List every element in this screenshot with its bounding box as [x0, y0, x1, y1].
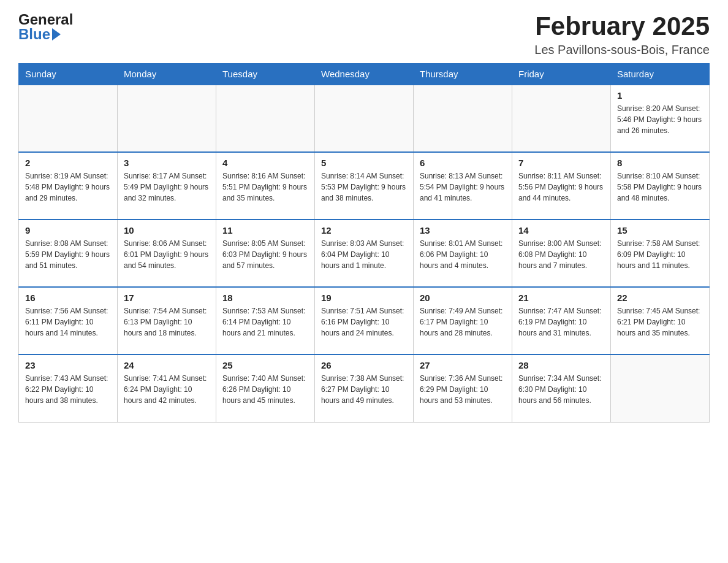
calendar-cell: 21Sunrise: 7:47 AM Sunset: 6:19 PM Dayli… [512, 287, 611, 354]
weekday-header-wednesday: Wednesday [315, 64, 414, 85]
calendar-cell: 24Sunrise: 7:41 AM Sunset: 6:24 PM Dayli… [118, 354, 216, 422]
calendar-cell [118, 85, 216, 152]
day-number: 3 [124, 158, 210, 168]
day-number: 15 [617, 225, 703, 236]
calendar-cell: 3Sunrise: 8:17 AM Sunset: 5:49 PM Daylig… [118, 152, 216, 220]
title-section: February 2025 Les Pavillons-sous-Bois, F… [534, 12, 710, 57]
week-row-3: 9Sunrise: 8:08 AM Sunset: 5:59 PM Daylig… [19, 220, 710, 287]
day-number: 20 [420, 293, 506, 303]
day-info: Sunrise: 8:13 AM Sunset: 5:54 PM Dayligh… [420, 170, 506, 204]
page-header: General Blue February 2025 Les Pavillons… [18, 12, 710, 57]
day-number: 23 [25, 360, 111, 370]
calendar-cell: 8Sunrise: 8:10 AM Sunset: 5:58 PM Daylig… [611, 152, 710, 220]
calendar-cell [512, 85, 611, 152]
day-number: 17 [124, 293, 210, 303]
logo-general: General [18, 12, 73, 27]
calendar-cell: 6Sunrise: 8:13 AM Sunset: 5:54 PM Daylig… [414, 152, 512, 220]
calendar-cell [216, 85, 315, 152]
calendar-cell: 15Sunrise: 7:58 AM Sunset: 6:09 PM Dayli… [611, 220, 710, 287]
day-info: Sunrise: 8:01 AM Sunset: 6:06 PM Dayligh… [420, 238, 506, 271]
day-number: 8 [617, 158, 703, 168]
day-number: 21 [518, 293, 604, 303]
day-info: Sunrise: 7:53 AM Sunset: 6:14 PM Dayligh… [222, 305, 308, 339]
week-row-1: 1Sunrise: 8:20 AM Sunset: 5:46 PM Daylig… [19, 85, 710, 152]
logo-arrow-icon [52, 28, 61, 40]
calendar-cell: 12Sunrise: 8:03 AM Sunset: 6:04 PM Dayli… [315, 220, 414, 287]
day-info: Sunrise: 8:11 AM Sunset: 5:56 PM Dayligh… [518, 170, 604, 204]
weekday-header-tuesday: Tuesday [216, 64, 315, 85]
day-number: 22 [617, 293, 703, 303]
weekday-header-saturday: Saturday [611, 64, 710, 85]
day-info: Sunrise: 7:54 AM Sunset: 6:13 PM Dayligh… [124, 305, 210, 339]
day-number: 9 [25, 225, 111, 236]
day-number: 12 [321, 225, 407, 236]
calendar-cell: 14Sunrise: 8:00 AM Sunset: 6:08 PM Dayli… [512, 220, 611, 287]
calendar-cell: 26Sunrise: 7:38 AM Sunset: 6:27 PM Dayli… [315, 354, 414, 422]
day-number: 28 [518, 360, 604, 370]
day-number: 11 [222, 225, 308, 236]
day-number: 6 [420, 158, 506, 168]
calendar-cell: 16Sunrise: 7:56 AM Sunset: 6:11 PM Dayli… [19, 287, 118, 354]
day-info: Sunrise: 8:03 AM Sunset: 6:04 PM Dayligh… [321, 238, 407, 271]
day-info: Sunrise: 8:17 AM Sunset: 5:49 PM Dayligh… [124, 170, 210, 204]
day-info: Sunrise: 8:16 AM Sunset: 5:51 PM Dayligh… [222, 170, 308, 204]
calendar-cell [414, 85, 512, 152]
weekday-header-thursday: Thursday [414, 64, 512, 85]
calendar-cell: 28Sunrise: 7:34 AM Sunset: 6:30 PM Dayli… [512, 354, 611, 422]
day-info: Sunrise: 7:34 AM Sunset: 6:30 PM Dayligh… [518, 373, 604, 406]
calendar-cell: 25Sunrise: 7:40 AM Sunset: 6:26 PM Dayli… [216, 354, 315, 422]
logo-blue: Blue [18, 27, 73, 42]
day-number: 2 [25, 158, 111, 168]
day-info: Sunrise: 8:05 AM Sunset: 6:03 PM Dayligh… [222, 238, 308, 271]
day-number: 14 [518, 225, 604, 236]
day-number: 10 [124, 225, 210, 236]
day-number: 27 [420, 360, 506, 370]
day-number: 18 [222, 293, 308, 303]
day-info: Sunrise: 7:47 AM Sunset: 6:19 PM Dayligh… [518, 305, 604, 339]
day-info: Sunrise: 7:45 AM Sunset: 6:21 PM Dayligh… [617, 305, 703, 339]
calendar-cell [611, 354, 710, 422]
calendar-table: SundayMondayTuesdayWednesdayThursdayFrid… [18, 63, 710, 423]
week-row-2: 2Sunrise: 8:19 AM Sunset: 5:48 PM Daylig… [19, 152, 710, 220]
day-info: Sunrise: 7:49 AM Sunset: 6:17 PM Dayligh… [420, 305, 506, 339]
day-number: 5 [321, 158, 407, 168]
location-title: Les Pavillons-sous-Bois, France [534, 43, 710, 57]
calendar-cell: 7Sunrise: 8:11 AM Sunset: 5:56 PM Daylig… [512, 152, 611, 220]
day-info: Sunrise: 8:19 AM Sunset: 5:48 PM Dayligh… [25, 170, 111, 204]
day-number: 19 [321, 293, 407, 303]
day-number: 7 [518, 158, 604, 168]
day-number: 26 [321, 360, 407, 370]
calendar-cell: 20Sunrise: 7:49 AM Sunset: 6:17 PM Dayli… [414, 287, 512, 354]
day-info: Sunrise: 7:40 AM Sunset: 6:26 PM Dayligh… [222, 373, 308, 406]
day-info: Sunrise: 7:41 AM Sunset: 6:24 PM Dayligh… [124, 373, 210, 406]
day-info: Sunrise: 8:06 AM Sunset: 6:01 PM Dayligh… [124, 238, 210, 271]
calendar-cell: 18Sunrise: 7:53 AM Sunset: 6:14 PM Dayli… [216, 287, 315, 354]
weekday-header-monday: Monday [118, 64, 216, 85]
calendar-cell: 17Sunrise: 7:54 AM Sunset: 6:13 PM Dayli… [118, 287, 216, 354]
day-info: Sunrise: 8:08 AM Sunset: 5:59 PM Dayligh… [25, 238, 111, 271]
calendar-cell: 2Sunrise: 8:19 AM Sunset: 5:48 PM Daylig… [19, 152, 118, 220]
day-info: Sunrise: 8:10 AM Sunset: 5:58 PM Dayligh… [617, 170, 703, 204]
calendar-cell: 4Sunrise: 8:16 AM Sunset: 5:51 PM Daylig… [216, 152, 315, 220]
calendar-cell [315, 85, 414, 152]
day-info: Sunrise: 8:00 AM Sunset: 6:08 PM Dayligh… [518, 238, 604, 271]
day-number: 25 [222, 360, 308, 370]
calendar-cell: 5Sunrise: 8:14 AM Sunset: 5:53 PM Daylig… [315, 152, 414, 220]
calendar-cell: 27Sunrise: 7:36 AM Sunset: 6:29 PM Dayli… [414, 354, 512, 422]
calendar-cell: 23Sunrise: 7:43 AM Sunset: 6:22 PM Dayli… [19, 354, 118, 422]
weekday-header-sunday: Sunday [19, 64, 118, 85]
day-number: 1 [617, 90, 703, 101]
calendar-cell: 11Sunrise: 8:05 AM Sunset: 6:03 PM Dayli… [216, 220, 315, 287]
week-row-5: 23Sunrise: 7:43 AM Sunset: 6:22 PM Dayli… [19, 354, 710, 422]
day-number: 4 [222, 158, 308, 168]
calendar-cell: 13Sunrise: 8:01 AM Sunset: 6:06 PM Dayli… [414, 220, 512, 287]
calendar-cell: 10Sunrise: 8:06 AM Sunset: 6:01 PM Dayli… [118, 220, 216, 287]
day-info: Sunrise: 8:20 AM Sunset: 5:46 PM Dayligh… [617, 103, 703, 136]
day-number: 24 [124, 360, 210, 370]
day-info: Sunrise: 7:38 AM Sunset: 6:27 PM Dayligh… [321, 373, 407, 406]
day-number: 13 [420, 225, 506, 236]
calendar-cell: 19Sunrise: 7:51 AM Sunset: 6:16 PM Dayli… [315, 287, 414, 354]
day-info: Sunrise: 7:36 AM Sunset: 6:29 PM Dayligh… [420, 373, 506, 406]
day-info: Sunrise: 7:58 AM Sunset: 6:09 PM Dayligh… [617, 238, 703, 271]
logo: General Blue [18, 12, 73, 42]
